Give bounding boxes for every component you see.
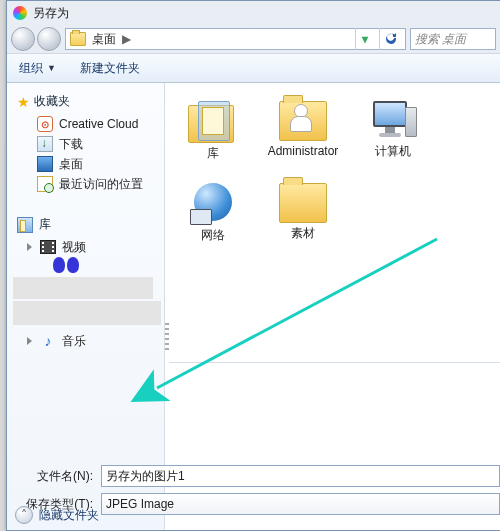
item-administrator[interactable]: Administrator (267, 101, 339, 161)
titlebar[interactable]: 另存为 (7, 1, 500, 25)
item-folder-sucai[interactable]: 素材 (267, 183, 339, 243)
creative-cloud-icon: ⊙ (37, 116, 53, 132)
filename-input[interactable] (101, 465, 500, 487)
favorites-group[interactable]: ★ 收藏夹 (13, 91, 158, 114)
item-network[interactable]: 网络 (177, 183, 249, 243)
network-icon (190, 183, 236, 225)
window-title: 另存为 (33, 5, 69, 22)
computer-icon (369, 101, 417, 141)
footer: ˄ 隐藏文件夹 (15, 506, 99, 524)
download-icon (37, 136, 53, 152)
item-libraries[interactable]: 库 (177, 101, 249, 161)
expand-icon[interactable] (27, 337, 32, 345)
item-computer[interactable]: 计算机 (357, 101, 429, 161)
organize-button[interactable]: 组织 ▼ (13, 57, 62, 80)
breadcrumb-desktop[interactable]: 桌面 (92, 31, 116, 48)
desktop-icon (70, 32, 86, 46)
star-icon: ★ (17, 94, 30, 110)
sidebar-item-desktop[interactable]: 桌面 (13, 154, 158, 174)
search-box[interactable]: 搜索 桌面 (410, 28, 496, 50)
filename-label: 文件名(N): (17, 468, 93, 485)
redacted-region (13, 301, 161, 325)
redacted-region (13, 277, 153, 299)
save-as-dialog: 另存为 桌面 ▶ ▾ 搜索 桌面 组织 ▼ 新建文件夹 (6, 0, 500, 531)
chevron-up-icon: ˄ (21, 508, 27, 522)
sidebar-item-creative-cloud[interactable]: ⊙ Creative Cloud (13, 114, 158, 134)
address-bar[interactable]: 桌面 ▶ ▾ (65, 28, 406, 50)
decorative-shape (53, 257, 83, 275)
library-icon (17, 217, 33, 233)
sidebar-item-videos[interactable]: 视频 (13, 237, 158, 257)
file-list[interactable]: 库 Administrator 计算机 (169, 83, 500, 363)
refresh-button[interactable] (379, 28, 401, 50)
hide-folders-toggle[interactable]: ˄ (15, 506, 33, 524)
new-folder-button[interactable]: 新建文件夹 (74, 57, 146, 80)
filetype-combo[interactable]: JPEG Image (101, 493, 500, 515)
recent-icon (37, 176, 53, 192)
hide-folders-label[interactable]: 隐藏文件夹 (39, 507, 99, 524)
expand-icon[interactable] (27, 243, 32, 251)
user-folder-icon (279, 101, 327, 141)
search-placeholder: 搜索 桌面 (415, 31, 466, 48)
music-icon: ♪ (40, 333, 56, 349)
sidebar-item-recent[interactable]: 最近访问的位置 (13, 174, 158, 194)
sidebar-item-music[interactable]: ♪ 音乐 (13, 331, 158, 351)
libraries-group[interactable]: 库 (13, 214, 158, 237)
app-icon (13, 6, 27, 20)
sidebar-item-downloads[interactable]: 下载 (13, 134, 158, 154)
back-button[interactable] (11, 27, 35, 51)
library-folder-icon (188, 101, 238, 143)
nav-buttons (11, 27, 61, 51)
nav-row: 桌面 ▶ ▾ 搜索 桌面 (7, 25, 500, 53)
desktop-icon (37, 156, 53, 172)
breadcrumb-arrow-icon[interactable]: ▶ (122, 32, 131, 46)
dialog-body: ★ 收藏夹 ⊙ Creative Cloud 下载 桌面 最近访问的位 (7, 83, 500, 530)
forward-button[interactable] (37, 27, 61, 51)
chevron-down-icon: ▼ (47, 63, 56, 73)
folder-icon (279, 183, 327, 223)
address-dropdown-button[interactable]: ▾ (355, 28, 373, 50)
refresh-icon (384, 32, 398, 46)
toolbar: 组织 ▼ 新建文件夹 (7, 53, 500, 83)
video-icon (40, 240, 56, 254)
